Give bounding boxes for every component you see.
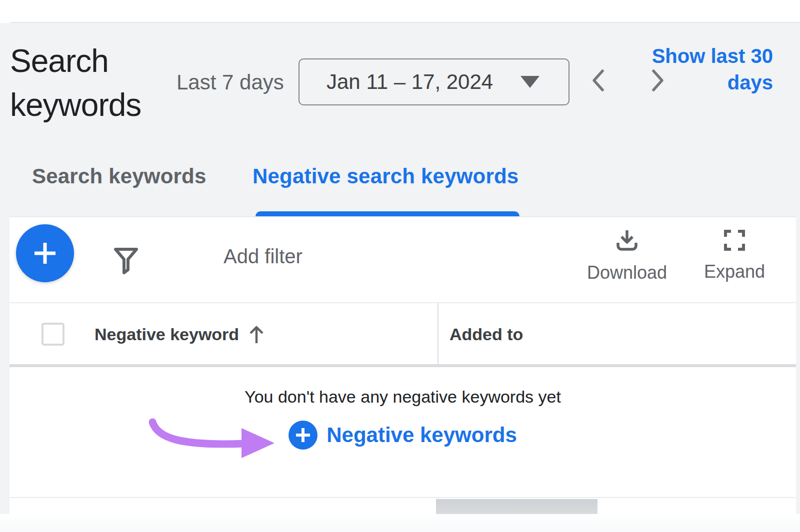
show-last-30-days-link[interactable]: Show last 30 days — [648, 43, 773, 96]
top-bar — [0, 0, 800, 23]
expand-label: Expand — [704, 261, 765, 282]
add-negative-keyword-fab[interactable] — [16, 224, 74, 282]
table-panel: Add filter Download Expand Negative keyw… — [10, 216, 796, 532]
date-range-picker[interactable]: Jan 11 – 17, 2024 — [298, 58, 570, 105]
add-negative-keywords-link[interactable]: Negative keywords — [10, 420, 796, 450]
date-range-value: Jan 11 – 17, 2024 — [326, 70, 493, 94]
download-button[interactable]: Download — [574, 228, 680, 283]
column-label-negative-keyword: Negative keyword — [94, 323, 239, 345]
horizontal-scrollbar-track — [10, 497, 796, 515]
plus-icon — [294, 426, 312, 444]
caret-down-icon — [520, 76, 540, 88]
filter-button[interactable] — [112, 246, 140, 275]
column-divider — [438, 303, 438, 364]
column-header-negative-keyword[interactable]: Negative keyword — [94, 323, 265, 345]
horizontal-scrollbar-thumb[interactable] — [436, 499, 598, 515]
filter-funnel-icon — [112, 246, 140, 275]
sort-ascending-icon — [248, 323, 265, 345]
add-filter-button[interactable]: Add filter — [224, 244, 302, 268]
empty-state-message: You don't have any negative keywords yet — [10, 386, 796, 408]
select-all-checkbox[interactable] — [42, 323, 64, 346]
expand-icon — [722, 228, 746, 252]
column-label-added-to: Added to — [450, 325, 523, 344]
download-icon — [614, 228, 640, 253]
plus-circle-icon — [288, 421, 318, 450]
bottom-fade — [0, 514, 800, 532]
top-divider — [10, 22, 800, 23]
chevron-left-icon — [590, 67, 606, 93]
tab-search-keywords[interactable]: Search keywords — [32, 164, 206, 189]
plus-icon — [31, 239, 59, 267]
add-negative-keywords-label: Negative keywords — [326, 423, 517, 448]
table-header-row: Negative keyword Added to — [10, 303, 796, 364]
column-header-added-to[interactable]: Added to — [450, 323, 523, 345]
page-title: Search keywords — [10, 39, 175, 127]
header-body-divider — [10, 364, 796, 367]
previous-period-button[interactable] — [587, 67, 609, 94]
tab-negative-search-keywords[interactable]: Negative search keywords — [252, 164, 518, 189]
download-label: Download — [587, 262, 667, 283]
date-range-label: Last 7 days — [176, 70, 284, 95]
expand-button[interactable]: Expand — [690, 228, 780, 282]
